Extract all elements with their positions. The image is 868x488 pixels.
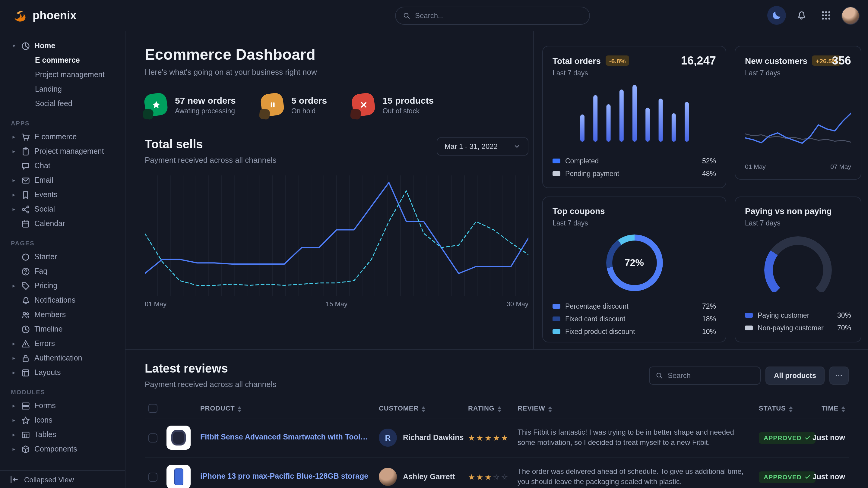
stat-value: 5 orders xyxy=(291,95,327,105)
sidebar-item-layouts[interactable]: ▸Layouts xyxy=(7,365,120,380)
column-header-review[interactable]: REVIEW xyxy=(514,398,755,418)
reviews-search-input[interactable] xyxy=(668,371,754,380)
column-header-rating[interactable]: RATING xyxy=(464,398,514,418)
grid-icon xyxy=(821,10,831,21)
legend-swatch xyxy=(553,317,560,321)
legend-swatch xyxy=(553,329,560,334)
sidebar-item-icons[interactable]: ▸Icons xyxy=(7,413,120,427)
sidebar-item-chat[interactable]: Chat xyxy=(7,159,120,173)
sidebar-item-pricing[interactable]: ▸Pricing xyxy=(7,279,120,293)
sidebar-item-components[interactable]: ▸Components xyxy=(7,442,120,456)
all-products-button[interactable]: All products xyxy=(766,366,825,385)
collapsed-view-toggle[interactable]: Collapsed View xyxy=(0,470,125,488)
sidebar-item-errors[interactable]: ▸Errors xyxy=(7,336,120,351)
sidebar-item-calendar[interactable]: Calendar xyxy=(7,217,120,231)
sidebar-item-tables[interactable]: ▸Tables xyxy=(7,427,120,442)
sidebar-section-apps: APPS xyxy=(11,120,116,127)
sidebar-item-authentication[interactable]: ▸Authentication xyxy=(7,351,120,365)
moon-icon xyxy=(772,10,782,21)
sidebar-item-project-management[interactable]: Project management xyxy=(7,67,120,82)
sidebar-item-social-feed[interactable]: Social feed xyxy=(7,96,120,111)
column-header-customer[interactable]: CUSTOMER xyxy=(375,398,464,418)
column-header-time[interactable]: TIME xyxy=(806,398,849,418)
paying-period: Last 7 days xyxy=(745,220,851,227)
sidebar-item-project-management[interactable]: ▸Project management xyxy=(7,144,120,159)
top-coupons-legend: Percentage discount72%Fixed card discoun… xyxy=(553,291,716,336)
total-sells-chart: 01 May 15 May 30 May xyxy=(145,175,528,307)
rating-stars: ★★★★★ xyxy=(468,433,510,442)
lock-icon xyxy=(21,354,30,363)
global-search[interactable] xyxy=(395,7,590,25)
sidebar-item-home[interactable]: ▾Home xyxy=(7,39,120,53)
legend-label: Paying customer xyxy=(757,312,809,319)
sidebar-nav: ▾HomeE commerceProject managementLanding… xyxy=(7,39,120,456)
reviews-table-header-row: PRODUCTCUSTOMERRATINGREVIEWSTATUSTIME xyxy=(145,398,849,418)
column-header-product[interactable]: PRODUCT xyxy=(197,398,375,418)
new-customers-card: New customers +26.5% 356 Last 7 days 01 … xyxy=(735,46,861,180)
xmark-icon xyxy=(359,100,368,109)
sort-icon xyxy=(841,406,845,412)
theme-toggle-button[interactable] xyxy=(767,6,786,25)
sidebar-item-notifications[interactable]: Notifications xyxy=(7,293,120,307)
sidebar-item-landing[interactable]: Landing xyxy=(7,82,120,96)
dashboard-overview: Ecommerce Dashboard Here's what's going … xyxy=(125,31,534,349)
notifications-button[interactable] xyxy=(792,6,811,25)
reviews-title: Latest reviews xyxy=(145,362,276,376)
select-all-checkbox[interactable] xyxy=(148,404,157,413)
product-link[interactable]: Fitbit Sense Advanced Smartwatch with To… xyxy=(200,432,372,441)
status-badge: APPROVED xyxy=(759,471,815,483)
stat-5-orders: 5 ordersOn hold xyxy=(261,93,327,116)
new-customers-period: Last 7 days xyxy=(745,69,851,76)
user-avatar[interactable] xyxy=(841,6,860,24)
row-checkbox[interactable] xyxy=(148,472,157,481)
stat-57-new-orders: 57 new ordersAwating processing xyxy=(145,93,236,116)
customer-name: Richard Dawkins xyxy=(403,433,464,442)
sidebar-item-email[interactable]: ▸Email xyxy=(7,173,120,188)
box-icon xyxy=(21,445,30,454)
sidebar-item-events[interactable]: ▸Events xyxy=(7,188,120,202)
column-header-status[interactable]: STATUS xyxy=(755,398,806,418)
apps-menu-button[interactable] xyxy=(817,6,835,25)
stats-row: 57 new ordersAwating processing5 ordersO… xyxy=(145,93,528,116)
row-checkbox[interactable] xyxy=(148,433,157,442)
legend-swatch xyxy=(553,159,560,163)
total-orders-legend: Completed52%Pending payment48% xyxy=(553,146,716,178)
page-subtitle: Here's what's going on at your business … xyxy=(145,67,528,76)
sidebar-item-members[interactable]: Members xyxy=(7,307,120,322)
paying-gauge-chart xyxy=(764,236,832,292)
new-customers-x-axis: 01 May 07 May xyxy=(745,163,851,170)
review-text: This Fitbit is fantastic! I was trying t… xyxy=(518,427,752,448)
product-thumbnail xyxy=(166,465,191,488)
legend-label: Completed xyxy=(565,157,599,165)
sidebar-item-e-commerce[interactable]: ▸E commerce xyxy=(7,130,120,144)
product-link[interactable]: iPhone 13 pro max-Pacific Blue-128GB sto… xyxy=(200,472,368,480)
total-sells-line-chart xyxy=(145,175,528,296)
reviews-controls: All products ··· xyxy=(649,366,849,385)
stat-caption: On hold xyxy=(291,107,327,114)
global-search-input[interactable] xyxy=(415,11,582,20)
more-actions-button[interactable]: ··· xyxy=(829,366,849,385)
customer-avatar xyxy=(379,468,397,486)
legend-swatch xyxy=(553,171,560,176)
total-orders-bar-chart xyxy=(580,84,688,142)
cart-icon xyxy=(21,132,30,141)
new-customers-title: New customers xyxy=(745,56,807,65)
sidebar-item-faq[interactable]: Faq xyxy=(7,264,120,279)
date-range-select[interactable]: Mar 1 - 31, 2022 xyxy=(437,137,528,156)
sidebar-item-forms[interactable]: ▸Forms xyxy=(7,398,120,413)
reviews-table: PRODUCTCUSTOMERRATINGREVIEWSTATUSTIME Fi… xyxy=(145,398,849,488)
thumb-header xyxy=(163,398,197,418)
paying-title: Paying vs non paying xyxy=(745,206,832,216)
stat-caption: Awating processing xyxy=(175,107,236,114)
brand-logo[interactable]: phoenix xyxy=(12,7,76,23)
tag-icon xyxy=(21,281,30,290)
legend-value: 52% xyxy=(702,157,716,165)
reviews-search[interactable] xyxy=(649,366,761,385)
sidebar-item-social[interactable]: ▸Social xyxy=(7,202,120,217)
sidebar-item-timeline[interactable]: Timeline xyxy=(7,322,120,336)
sidebar-item-e-commerce[interactable]: E commerce xyxy=(7,53,120,67)
sidebar-item-starter[interactable]: Starter xyxy=(7,250,120,264)
navbar-actions xyxy=(767,6,860,25)
main-content: Ecommerce Dashboard Here's what's going … xyxy=(125,31,868,488)
date-range-value: Mar 1 - 31, 2022 xyxy=(444,142,498,151)
